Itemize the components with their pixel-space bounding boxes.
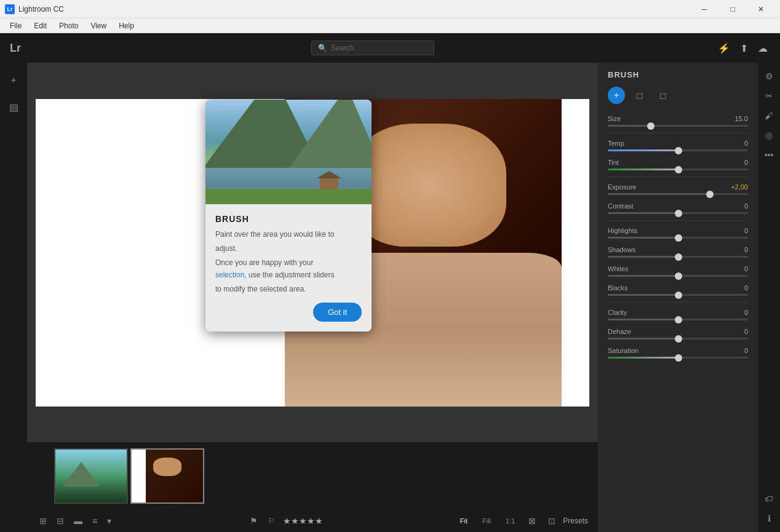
whites-slider-track[interactable]	[608, 275, 748, 277]
sort-icon[interactable]: ≡	[90, 515, 100, 527]
tint-slider-thumb[interactable]	[675, 166, 682, 173]
left-sidebar: ＋ ▤	[0, 63, 27, 532]
shadows-slider-thumb[interactable]	[675, 253, 682, 261]
slider-divider-2	[608, 177, 748, 177]
saturation-slider-track[interactable]	[608, 357, 748, 359]
landscape-thumb-image	[55, 450, 127, 502]
thumbnail-portrait[interactable]	[130, 448, 204, 504]
titlebar-left: Lr Lightroom CC	[5, 4, 64, 14]
single-view-icon[interactable]: ▬	[71, 515, 85, 527]
split-view-icon[interactable]: ⊡	[546, 515, 558, 527]
temp-slider-fill	[608, 149, 678, 151]
fit-button[interactable]: Fit	[456, 516, 471, 526]
crop-icon[interactable]: ✂	[763, 89, 775, 103]
tint-slider-track[interactable]	[608, 169, 748, 170]
tooltip-house	[320, 177, 338, 189]
whites-slider-thumb[interactable]	[675, 272, 682, 280]
saturation-slider-thumb[interactable]	[675, 354, 682, 362]
highlights-slider-track[interactable]	[608, 237, 748, 239]
highlights-slider-thumb[interactable]	[675, 234, 682, 242]
dehaze-slider-track[interactable]	[608, 338, 748, 339]
dehaze-slider-thumb[interactable]	[675, 335, 682, 343]
contrast-slider-thumb[interactable]	[675, 210, 682, 217]
blacks-value: 0	[744, 284, 748, 292]
woman-face	[351, 124, 506, 247]
exposure-label: Exposure	[608, 183, 636, 191]
close-button[interactable]: ✕	[747, 0, 775, 18]
blacks-label: Blacks	[608, 284, 627, 292]
size-slider-thumb[interactable]	[647, 122, 655, 130]
grid-large-icon[interactable]: ⊟	[54, 515, 66, 527]
healing-icon[interactable]: ◎	[763, 128, 775, 143]
exposure-slider-thumb[interactable]	[706, 191, 714, 198]
blacks-slider-track[interactable]	[608, 294, 748, 296]
cloud-icon[interactable]: ☁	[755, 40, 770, 57]
minimize-button[interactable]: ─	[690, 0, 718, 18]
maximize-button[interactable]: □	[718, 0, 747, 18]
temp-slider-thumb[interactable]	[675, 147, 682, 154]
slider-divider-1	[608, 133, 748, 133]
exposure-slider-row: Exposure +2,00	[598, 180, 758, 199]
size-slider-track[interactable]	[608, 125, 748, 127]
star-rating[interactable]: ★★★★★	[283, 516, 323, 526]
filter-icon[interactable]: ⚡	[715, 40, 733, 57]
more-icon[interactable]: •••	[762, 148, 776, 162]
bottom-toolbar: ⊞ ⊟ ▬ ≡ ▾ ⚑ ⚐ ★★★★★ Fit Fill 1:1 ⊠ ⊡ Pre…	[27, 510, 598, 532]
search-icon: 🔍	[318, 44, 327, 52]
tint-value: 0	[744, 159, 748, 166]
tag-icon[interactable]: 🏷	[762, 491, 776, 506]
menu-edit[interactable]: Edit	[29, 20, 52, 31]
flag-icon[interactable]: ⚑	[247, 515, 260, 527]
menu-view[interactable]: View	[86, 20, 111, 31]
search-bar[interactable]: 🔍 Search	[311, 41, 434, 55]
right-panel: BRUSH ＋ ◻ ◻ Size 15.0	[598, 63, 758, 532]
thumbnail-landscape[interactable]	[54, 448, 128, 504]
highlights-value: 0	[744, 227, 748, 234]
share-icon[interactable]: ⬆	[738, 40, 750, 57]
menu-help[interactable]: Help	[114, 20, 139, 31]
tooltip-image	[205, 100, 372, 204]
exposure-slider-track[interactable]	[608, 193, 748, 195]
info-icon[interactable]: ℹ	[765, 511, 773, 526]
exposure-value: +2,00	[731, 183, 748, 191]
highlights-label: Highlights	[608, 227, 637, 234]
contrast-slider-track[interactable]	[608, 212, 748, 214]
blacks-slider-thumb[interactable]	[675, 292, 682, 299]
content: ＋ ▤	[0, 63, 780, 532]
tooltip-line2: adjust.	[215, 243, 362, 255]
sort-dropdown-icon[interactable]: ▾	[105, 515, 114, 527]
whites-label: Whites	[608, 265, 629, 272]
tooltip-line34: Once you are happy with your selection, …	[215, 257, 362, 280]
exposure-slider-fill	[608, 193, 709, 195]
add-icon[interactable]: ＋	[2, 69, 25, 91]
menu-file[interactable]: File	[5, 20, 26, 31]
clarity-slider-thumb[interactable]	[675, 316, 682, 324]
presets-button[interactable]: Presets	[563, 517, 588, 525]
contrast-value: 0	[744, 202, 748, 210]
erase-brush-button[interactable]: ◻	[631, 87, 648, 104]
brush-tooltip: BRUSH Paint over the area you would like…	[205, 100, 372, 332]
size-slider-row: Size 15.0	[598, 111, 758, 130]
titlebar-controls: ─ □ ✕	[690, 0, 775, 18]
fill-button[interactable]: Fill	[479, 516, 495, 526]
library-icon[interactable]: ▤	[2, 96, 25, 118]
adjustments-icon[interactable]: ⚙	[763, 69, 776, 84]
temp-slider-track[interactable]	[608, 149, 748, 151]
add-brush-button[interactable]: ＋	[608, 87, 625, 104]
tooltip-grass	[205, 189, 372, 205]
compare-view-icon[interactable]: ⊠	[526, 515, 538, 527]
flag-rejected-icon[interactable]: ⚐	[265, 515, 278, 527]
clarity-slider-track[interactable]	[608, 319, 748, 320]
temp-value: 0	[744, 140, 748, 147]
brush-icon[interactable]: 🖌	[762, 108, 776, 123]
grid-small-icon[interactable]: ⊞	[37, 515, 49, 527]
shadows-slider-track[interactable]	[608, 256, 748, 258]
got-it-button[interactable]: Got it	[313, 303, 362, 322]
one-to-one-button[interactable]: 1:1	[502, 516, 519, 526]
clarity-value: 0	[744, 309, 748, 316]
tooltip-line1: Paint over the area you would like to	[215, 229, 362, 240]
shadows-value: 0	[744, 246, 748, 253]
overlay-brush-button[interactable]: ◻	[655, 87, 672, 104]
menu-photo[interactable]: Photo	[54, 20, 83, 31]
thumb-mountain-icon	[63, 462, 100, 486]
